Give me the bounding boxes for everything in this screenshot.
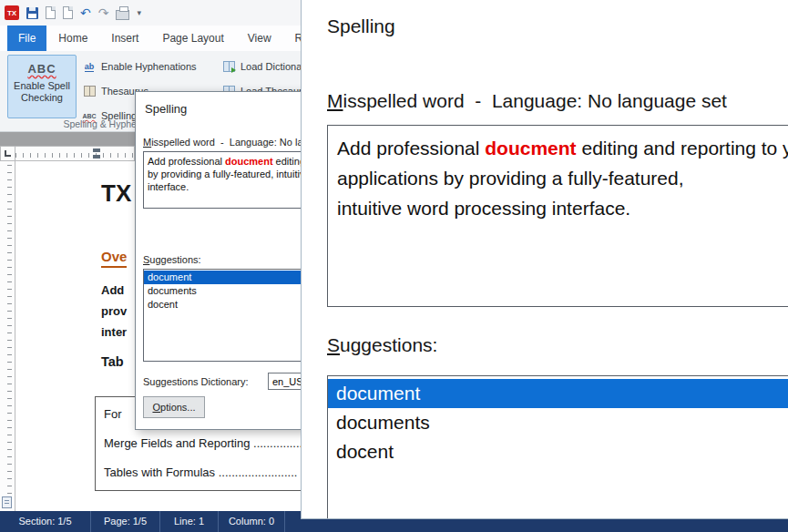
- textbox-line: Add professional doucment editing and re…: [337, 133, 788, 163]
- label-text: uggestions:: [149, 254, 200, 265]
- page-view-icon[interactable]: [2, 496, 12, 508]
- thesaurus-book-icon: [84, 86, 96, 97]
- mnemonic: M: [327, 90, 343, 111]
- print-icon[interactable]: [116, 10, 129, 20]
- misspelled-word-textbox[interactable]: Add professional doucment editing and re…: [327, 125, 788, 307]
- document-overview-heading: Ove: [101, 249, 127, 268]
- app-logo-icon: TX: [5, 5, 19, 20]
- ruler-corner: [0, 146, 15, 161]
- textbox-line: applications by providing a fully-featur…: [337, 163, 788, 193]
- enable-hyphenations-button[interactable]: ab Enable Hyphenations: [82, 56, 197, 77]
- hyphenation-icon: ab: [85, 62, 95, 72]
- load-dictionaries-icon: [223, 61, 235, 72]
- indent-marker-top[interactable]: [93, 148, 100, 152]
- document-toc-heading: Tab: [101, 354, 124, 369]
- text-fragment: editing and reporting to your: [577, 138, 788, 159]
- misspelled-word: doucment: [225, 156, 273, 167]
- dialog-title: Spelling: [145, 102, 187, 116]
- mnemonic: O: [152, 402, 160, 413]
- suggestion-item[interactable]: docent: [328, 437, 788, 466]
- suggestions-listbox: document documents docent: [327, 375, 788, 519]
- status-page: Page: 1/5: [91, 511, 160, 532]
- text-fragment: Add professional: [337, 138, 485, 159]
- status-section: Section: 1/5: [0, 511, 91, 532]
- mnemonic: S: [327, 334, 340, 355]
- options-button[interactable]: Options...: [143, 396, 205, 418]
- document-body-line: inter: [101, 322, 127, 343]
- dialog-title: Spelling: [327, 15, 395, 37]
- suggestions-label: Suggestions:: [143, 254, 201, 265]
- redo-icon[interactable]: ↷: [98, 6, 109, 19]
- text-fragment: Add professional: [148, 156, 225, 167]
- mnemonic: M: [143, 137, 151, 148]
- status-line: Line: 1: [160, 511, 219, 532]
- suggestions-dictionary-label: Suggestions Dictionary:: [143, 376, 249, 387]
- vertical-ruler: [0, 161, 15, 511]
- suggestion-item-selected[interactable]: document: [328, 379, 788, 408]
- print-dropdown-icon[interactable]: ▾: [137, 8, 141, 17]
- open-document-icon[interactable]: [63, 6, 73, 19]
- misspelled-word-label: Misspelled word - Language: No language …: [327, 90, 727, 112]
- spelling-dialog-zoom-overlay: Spelling Misspelled word - Language: No …: [301, 0, 788, 519]
- misspelled-word: doucment: [485, 138, 576, 159]
- tab-file[interactable]: File: [7, 26, 46, 51]
- abc-spellcheck-icon: ABC: [27, 62, 56, 76]
- tab-insert[interactable]: Insert: [99, 26, 150, 51]
- new-document-icon[interactable]: [46, 6, 56, 19]
- suggestions-label: Suggestions:: [327, 334, 437, 356]
- tab-view[interactable]: View: [236, 26, 283, 51]
- suggestion-item[interactable]: documents: [328, 408, 788, 437]
- tab-page-layout[interactable]: Page Layout: [150, 26, 235, 51]
- label-text: ptions...: [160, 402, 196, 413]
- textbox-line: intuitive word processing interface.: [337, 193, 788, 223]
- enable-spell-checking-button[interactable]: ABC Enable Spell Checking: [7, 55, 77, 118]
- indent-marker-bottom[interactable]: [93, 155, 100, 159]
- enable-hyphenations-label: Enable Hyphenations: [101, 61, 197, 72]
- tab-home[interactable]: Home: [46, 26, 99, 51]
- label-text: isspelled word - Language: No language s…: [343, 90, 727, 111]
- horizontal-ruler: [15, 146, 135, 161]
- document-body-line: prov: [101, 301, 127, 322]
- enable-spell-checking-label: Enable Spell Checking: [8, 80, 76, 104]
- tab-selector-icon[interactable]: [5, 150, 11, 157]
- label-text: uggestions:: [340, 334, 437, 355]
- document-body: Add prov inter: [101, 280, 127, 343]
- document-body-line: Add: [101, 280, 127, 301]
- undo-icon[interactable]: ↶: [80, 6, 91, 19]
- save-icon[interactable]: [26, 7, 38, 19]
- app-window: TX ↶ ↷ ▾ File Home Insert Page Layout Vi…: [0, 0, 788, 532]
- document-title-text: TX: [101, 179, 131, 208]
- status-column: Column: 0: [219, 511, 285, 532]
